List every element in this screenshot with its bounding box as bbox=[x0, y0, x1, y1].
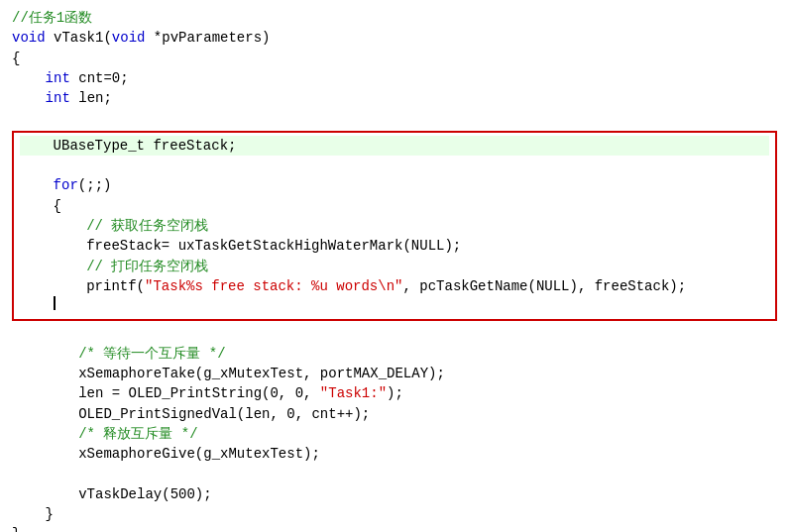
code-line-23 bbox=[12, 465, 777, 484]
code-line-2: void vTask1(void *pvParameters) bbox=[12, 28, 777, 48]
code-text bbox=[12, 68, 46, 88]
code-keyword: void bbox=[112, 28, 146, 48]
code-text: xSemaphoreGive(g_xMutexTest); bbox=[12, 444, 320, 464]
code-text: vTaskDelay(500); bbox=[12, 484, 212, 504]
code-text: cnt=0; bbox=[70, 68, 129, 88]
code-line-22: xSemaphoreGive(g_xMutexTest); bbox=[12, 444, 777, 464]
code-line-8 bbox=[20, 156, 769, 175]
code-text: } bbox=[12, 524, 20, 532]
code-line-3: { bbox=[12, 49, 777, 68]
code-text: , pcTaskGetName(NULL), freeStack); bbox=[402, 276, 686, 296]
code-text: { bbox=[20, 196, 61, 216]
code-text: xSemaphoreTake(g_xMutexTest, portMAX_DEL… bbox=[12, 364, 445, 383]
code-line-19: len = OLED_PrintString(0, 0, "Task1:"); bbox=[12, 383, 777, 403]
code-text bbox=[20, 175, 54, 195]
code-line-6 bbox=[12, 108, 777, 128]
code-text: //任务1函数 bbox=[12, 8, 92, 28]
highlighted-block: UBaseType_t freeStack; for(;;) { // 获取任务… bbox=[12, 131, 777, 322]
code-keyword: for bbox=[54, 175, 78, 195]
code-text: len = OLED_PrintString(0, 0, bbox=[12, 383, 320, 403]
cursor bbox=[54, 296, 56, 310]
code-line-17: /* 等待一个互斥量 */ bbox=[12, 344, 777, 364]
code-line-26: } bbox=[12, 524, 777, 532]
code-text: (;;) bbox=[78, 175, 112, 195]
code-text: ); bbox=[387, 383, 403, 403]
code-line-25: } bbox=[12, 504, 777, 524]
code-text: UBaseType_t freeStack; bbox=[20, 136, 236, 156]
code-line-7: UBaseType_t freeStack; bbox=[20, 136, 769, 156]
code-string: "Task1:" bbox=[320, 383, 387, 403]
code-text: *pvParameters) bbox=[145, 28, 270, 48]
code-line-11: // 获取任务空闭栈 bbox=[20, 216, 769, 236]
code-text: printf( bbox=[20, 276, 145, 296]
code-line-13: // 打印任务空闭栈 bbox=[20, 257, 769, 276]
code-line-1: //任务1函数 bbox=[12, 8, 777, 28]
code-text bbox=[20, 296, 54, 316]
code-line-4: int cnt=0; bbox=[12, 68, 777, 88]
code-line-5: int len; bbox=[12, 88, 777, 108]
code-text: } bbox=[12, 504, 54, 524]
code-comment: /* 等待一个互斥量 */ bbox=[12, 344, 226, 364]
code-text bbox=[12, 88, 46, 108]
code-text: { bbox=[12, 49, 20, 68]
code-keyword: void bbox=[12, 28, 46, 48]
code-text: OLED_PrintSignedVal(len, 0, cnt++); bbox=[12, 404, 370, 424]
code-text: len; bbox=[70, 88, 112, 108]
code-text: vTask1( bbox=[46, 28, 112, 48]
code-line-10: { bbox=[20, 196, 769, 216]
code-line-12: freeStack= uxTaskGetStackHighWaterMark(N… bbox=[20, 236, 769, 256]
code-comment: /* 释放互斥量 */ bbox=[12, 424, 198, 444]
code-comment: // 打印任务空闭栈 bbox=[20, 257, 208, 276]
code-line-15 bbox=[20, 296, 769, 316]
code-line-18: xSemaphoreTake(g_xMutexTest, portMAX_DEL… bbox=[12, 364, 777, 383]
code-line-9: for(;;) bbox=[20, 175, 769, 195]
code-text: freeStack= uxTaskGetStackHighWaterMark(N… bbox=[20, 236, 461, 256]
code-line-21: /* 释放互斥量 */ bbox=[12, 424, 777, 444]
code-line-24: vTaskDelay(500); bbox=[12, 484, 777, 504]
code-line-14: printf("Task%s free stack: %u words\n", … bbox=[20, 276, 769, 296]
code-keyword: int bbox=[46, 88, 70, 108]
code-line-16 bbox=[12, 323, 777, 343]
code-editor: //任务1函数 void vTask1(void *pvParameters) … bbox=[0, 0, 789, 532]
code-comment: // 获取任务空闭栈 bbox=[20, 216, 208, 236]
code-string: "Task%s free stack: %u words\n" bbox=[145, 276, 402, 296]
code-keyword: int bbox=[46, 68, 70, 88]
code-line-20: OLED_PrintSignedVal(len, 0, cnt++); bbox=[12, 404, 777, 424]
